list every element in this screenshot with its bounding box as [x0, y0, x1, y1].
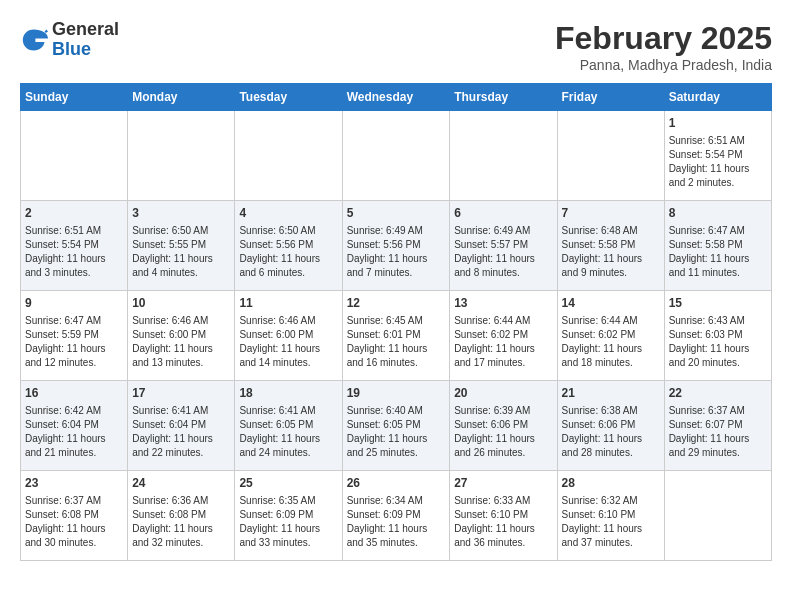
day-number: 3	[132, 205, 230, 222]
calendar-cell: 8Sunrise: 6:47 AM Sunset: 5:58 PM Daylig…	[664, 201, 771, 291]
calendar-cell: 28Sunrise: 6:32 AM Sunset: 6:10 PM Dayli…	[557, 471, 664, 561]
calendar-cell: 12Sunrise: 6:45 AM Sunset: 6:01 PM Dayli…	[342, 291, 450, 381]
day-header-monday: Monday	[128, 84, 235, 111]
day-info: Sunrise: 6:49 AM Sunset: 5:56 PM Dayligh…	[347, 224, 446, 280]
day-info: Sunrise: 6:41 AM Sunset: 6:05 PM Dayligh…	[239, 404, 337, 460]
day-info: Sunrise: 6:37 AM Sunset: 6:07 PM Dayligh…	[669, 404, 767, 460]
calendar-week-row: 23Sunrise: 6:37 AM Sunset: 6:08 PM Dayli…	[21, 471, 772, 561]
day-info: Sunrise: 6:46 AM Sunset: 6:00 PM Dayligh…	[132, 314, 230, 370]
calendar-cell	[450, 111, 557, 201]
calendar-cell: 2Sunrise: 6:51 AM Sunset: 5:54 PM Daylig…	[21, 201, 128, 291]
calendar-cell: 24Sunrise: 6:36 AM Sunset: 6:08 PM Dayli…	[128, 471, 235, 561]
calendar-cell: 11Sunrise: 6:46 AM Sunset: 6:00 PM Dayli…	[235, 291, 342, 381]
day-info: Sunrise: 6:35 AM Sunset: 6:09 PM Dayligh…	[239, 494, 337, 550]
calendar-cell: 26Sunrise: 6:34 AM Sunset: 6:09 PM Dayli…	[342, 471, 450, 561]
day-number: 25	[239, 475, 337, 492]
calendar-week-row: 1Sunrise: 6:51 AM Sunset: 5:54 PM Daylig…	[21, 111, 772, 201]
day-number: 13	[454, 295, 552, 312]
day-info: Sunrise: 6:33 AM Sunset: 6:10 PM Dayligh…	[454, 494, 552, 550]
calendar-cell: 23Sunrise: 6:37 AM Sunset: 6:08 PM Dayli…	[21, 471, 128, 561]
day-number: 20	[454, 385, 552, 402]
day-number: 6	[454, 205, 552, 222]
day-info: Sunrise: 6:43 AM Sunset: 6:03 PM Dayligh…	[669, 314, 767, 370]
day-number: 15	[669, 295, 767, 312]
calendar-cell: 14Sunrise: 6:44 AM Sunset: 6:02 PM Dayli…	[557, 291, 664, 381]
day-info: Sunrise: 6:50 AM Sunset: 5:55 PM Dayligh…	[132, 224, 230, 280]
calendar-cell	[235, 111, 342, 201]
logo-general: General	[52, 19, 119, 39]
day-number: 14	[562, 295, 660, 312]
day-number: 21	[562, 385, 660, 402]
day-number: 18	[239, 385, 337, 402]
calendar-cell: 19Sunrise: 6:40 AM Sunset: 6:05 PM Dayli…	[342, 381, 450, 471]
day-number: 16	[25, 385, 123, 402]
calendar-cell: 13Sunrise: 6:44 AM Sunset: 6:02 PM Dayli…	[450, 291, 557, 381]
day-info: Sunrise: 6:32 AM Sunset: 6:10 PM Dayligh…	[562, 494, 660, 550]
day-header-friday: Friday	[557, 84, 664, 111]
day-number: 1	[669, 115, 767, 132]
calendar-week-row: 16Sunrise: 6:42 AM Sunset: 6:04 PM Dayli…	[21, 381, 772, 471]
logo-text: General Blue	[52, 20, 119, 60]
calendar-cell	[128, 111, 235, 201]
day-info: Sunrise: 6:49 AM Sunset: 5:57 PM Dayligh…	[454, 224, 552, 280]
day-header-tuesday: Tuesday	[235, 84, 342, 111]
calendar-cell: 1Sunrise: 6:51 AM Sunset: 5:54 PM Daylig…	[664, 111, 771, 201]
day-number: 4	[239, 205, 337, 222]
calendar-header-row: SundayMondayTuesdayWednesdayThursdayFrid…	[21, 84, 772, 111]
day-number: 17	[132, 385, 230, 402]
month-title: February 2025	[555, 20, 772, 57]
calendar-cell	[21, 111, 128, 201]
day-info: Sunrise: 6:48 AM Sunset: 5:58 PM Dayligh…	[562, 224, 660, 280]
day-number: 2	[25, 205, 123, 222]
header: General Blue February 2025 Panna, Madhya…	[20, 20, 772, 73]
day-number: 10	[132, 295, 230, 312]
day-number: 8	[669, 205, 767, 222]
title-area: February 2025 Panna, Madhya Pradesh, Ind…	[555, 20, 772, 73]
day-number: 5	[347, 205, 446, 222]
calendar-cell: 3Sunrise: 6:50 AM Sunset: 5:55 PM Daylig…	[128, 201, 235, 291]
calendar-cell	[557, 111, 664, 201]
calendar-cell	[664, 471, 771, 561]
day-info: Sunrise: 6:41 AM Sunset: 6:04 PM Dayligh…	[132, 404, 230, 460]
calendar-cell: 9Sunrise: 6:47 AM Sunset: 5:59 PM Daylig…	[21, 291, 128, 381]
calendar-cell: 4Sunrise: 6:50 AM Sunset: 5:56 PM Daylig…	[235, 201, 342, 291]
calendar-cell: 25Sunrise: 6:35 AM Sunset: 6:09 PM Dayli…	[235, 471, 342, 561]
calendar-cell: 17Sunrise: 6:41 AM Sunset: 6:04 PM Dayli…	[128, 381, 235, 471]
day-number: 28	[562, 475, 660, 492]
day-info: Sunrise: 6:44 AM Sunset: 6:02 PM Dayligh…	[562, 314, 660, 370]
day-info: Sunrise: 6:39 AM Sunset: 6:06 PM Dayligh…	[454, 404, 552, 460]
calendar-cell: 15Sunrise: 6:43 AM Sunset: 6:03 PM Dayli…	[664, 291, 771, 381]
logo: General Blue	[20, 20, 119, 60]
day-number: 26	[347, 475, 446, 492]
day-info: Sunrise: 6:42 AM Sunset: 6:04 PM Dayligh…	[25, 404, 123, 460]
calendar-week-row: 2Sunrise: 6:51 AM Sunset: 5:54 PM Daylig…	[21, 201, 772, 291]
calendar-cell: 7Sunrise: 6:48 AM Sunset: 5:58 PM Daylig…	[557, 201, 664, 291]
logo-icon	[20, 26, 48, 54]
calendar-cell: 16Sunrise: 6:42 AM Sunset: 6:04 PM Dayli…	[21, 381, 128, 471]
calendar-cell: 18Sunrise: 6:41 AM Sunset: 6:05 PM Dayli…	[235, 381, 342, 471]
day-number: 9	[25, 295, 123, 312]
day-info: Sunrise: 6:36 AM Sunset: 6:08 PM Dayligh…	[132, 494, 230, 550]
day-info: Sunrise: 6:51 AM Sunset: 5:54 PM Dayligh…	[25, 224, 123, 280]
day-info: Sunrise: 6:44 AM Sunset: 6:02 PM Dayligh…	[454, 314, 552, 370]
calendar-cell: 21Sunrise: 6:38 AM Sunset: 6:06 PM Dayli…	[557, 381, 664, 471]
day-info: Sunrise: 6:37 AM Sunset: 6:08 PM Dayligh…	[25, 494, 123, 550]
day-number: 22	[669, 385, 767, 402]
day-header-sunday: Sunday	[21, 84, 128, 111]
day-info: Sunrise: 6:40 AM Sunset: 6:05 PM Dayligh…	[347, 404, 446, 460]
logo-blue: Blue	[52, 39, 91, 59]
day-info: Sunrise: 6:38 AM Sunset: 6:06 PM Dayligh…	[562, 404, 660, 460]
calendar-cell: 20Sunrise: 6:39 AM Sunset: 6:06 PM Dayli…	[450, 381, 557, 471]
calendar: SundayMondayTuesdayWednesdayThursdayFrid…	[20, 83, 772, 561]
day-number: 7	[562, 205, 660, 222]
calendar-week-row: 9Sunrise: 6:47 AM Sunset: 5:59 PM Daylig…	[21, 291, 772, 381]
day-number: 19	[347, 385, 446, 402]
day-number: 12	[347, 295, 446, 312]
calendar-cell: 10Sunrise: 6:46 AM Sunset: 6:00 PM Dayli…	[128, 291, 235, 381]
day-info: Sunrise: 6:45 AM Sunset: 6:01 PM Dayligh…	[347, 314, 446, 370]
day-info: Sunrise: 6:51 AM Sunset: 5:54 PM Dayligh…	[669, 134, 767, 190]
day-info: Sunrise: 6:46 AM Sunset: 6:00 PM Dayligh…	[239, 314, 337, 370]
calendar-cell: 6Sunrise: 6:49 AM Sunset: 5:57 PM Daylig…	[450, 201, 557, 291]
day-header-wednesday: Wednesday	[342, 84, 450, 111]
day-info: Sunrise: 6:50 AM Sunset: 5:56 PM Dayligh…	[239, 224, 337, 280]
